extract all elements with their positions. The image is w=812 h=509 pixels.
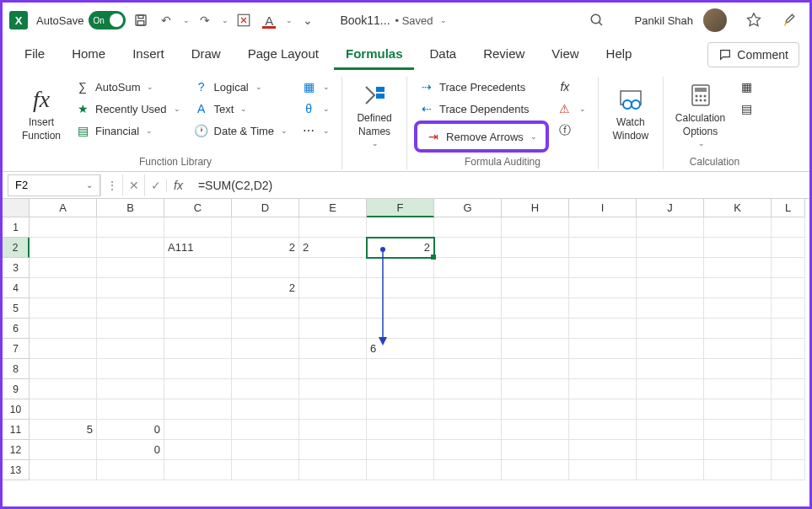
- cell-l8[interactable]: [772, 359, 805, 379]
- row-header[interactable]: 4: [3, 278, 30, 298]
- cell-k8[interactable]: [704, 359, 772, 379]
- premium-icon[interactable]: [745, 12, 762, 29]
- remove-arrows-button[interactable]: ⇥Remove Arrows⌄: [421, 126, 542, 147]
- cell-c10[interactable]: [164, 399, 232, 420]
- cell-e2[interactable]: 2: [299, 238, 367, 258]
- cell-c13[interactable]: [164, 460, 232, 480]
- cell-g4[interactable]: [434, 278, 502, 298]
- comment-button[interactable]: Comment: [707, 42, 799, 67]
- cell-b9[interactable]: [97, 379, 164, 399]
- cell-i13[interactable]: [569, 460, 637, 480]
- formula-menu-icon[interactable]: ⋮: [100, 174, 122, 196]
- cell-c3[interactable]: [164, 258, 232, 278]
- cell-i11[interactable]: [569, 420, 637, 440]
- cell-j1[interactable]: [637, 217, 704, 238]
- cell-j4[interactable]: [637, 278, 704, 298]
- name-box[interactable]: F2 ⌄: [8, 174, 100, 196]
- cell-k6[interactable]: [704, 319, 772, 339]
- cell-a2[interactable]: [30, 238, 97, 258]
- col-header-g[interactable]: G: [434, 199, 502, 217]
- enter-icon[interactable]: ✓: [144, 174, 166, 196]
- cell-b6[interactable]: [97, 319, 164, 339]
- avatar[interactable]: [703, 8, 727, 32]
- row-header[interactable]: 8: [3, 359, 30, 379]
- row-header[interactable]: 1: [3, 217, 30, 238]
- lookup-reference-button[interactable]: ▦⌄: [296, 77, 335, 97]
- cell-i12[interactable]: [569, 440, 637, 460]
- cell-c4[interactable]: [164, 278, 232, 298]
- row-header[interactable]: 2: [3, 238, 30, 258]
- cell-f5[interactable]: [367, 298, 434, 319]
- cell-f9[interactable]: [367, 379, 434, 399]
- show-formulas-button[interactable]: fx: [552, 77, 591, 97]
- cell-a10[interactable]: [30, 399, 97, 420]
- tab-review[interactable]: Review: [471, 40, 536, 70]
- cell-k4[interactable]: [704, 278, 772, 298]
- cell-c6[interactable]: [164, 319, 232, 339]
- cell-g9[interactable]: [434, 379, 502, 399]
- recently-used-button[interactable]: ★Recently Used⌄: [70, 99, 186, 119]
- cell-j10[interactable]: [637, 399, 704, 420]
- cell-d11[interactable]: [232, 420, 299, 440]
- insert-function-button[interactable]: fx Insert Function: [16, 77, 67, 153]
- font-color-icon[interactable]: A: [259, 10, 279, 30]
- tab-page-layout[interactable]: Page Layout: [236, 40, 331, 70]
- cell-g12[interactable]: [434, 440, 502, 460]
- cell-a5[interactable]: [30, 298, 97, 319]
- cell-e12[interactable]: [299, 440, 367, 460]
- cell-i6[interactable]: [569, 319, 637, 339]
- col-header-f[interactable]: F: [367, 199, 434, 217]
- cell-l1[interactable]: [772, 217, 805, 238]
- col-header-j[interactable]: J: [637, 199, 704, 217]
- row-header[interactable]: 7: [3, 339, 30, 359]
- cell-h5[interactable]: [502, 298, 569, 319]
- cell-b4[interactable]: [97, 278, 164, 298]
- cell-b10[interactable]: [97, 399, 164, 420]
- cell-j13[interactable]: [637, 460, 704, 480]
- col-header-b[interactable]: B: [97, 199, 164, 217]
- cell-g7[interactable]: [434, 339, 502, 359]
- cell-g10[interactable]: [434, 399, 502, 420]
- cell-k10[interactable]: [704, 399, 772, 420]
- cell-d8[interactable]: [232, 359, 299, 379]
- cell-j12[interactable]: [637, 440, 704, 460]
- cell-a7[interactable]: [30, 339, 97, 359]
- cell-c9[interactable]: [164, 379, 232, 399]
- cell-g3[interactable]: [434, 258, 502, 278]
- more-functions-button[interactable]: ⋯⌄: [296, 121, 335, 141]
- fx-icon[interactable]: fx: [166, 179, 190, 192]
- tab-draw[interactable]: Draw: [180, 40, 233, 70]
- cell-f12[interactable]: [367, 440, 434, 460]
- cell-j6[interactable]: [637, 319, 704, 339]
- cell-i5[interactable]: [569, 298, 637, 319]
- cell-l5[interactable]: [772, 298, 805, 319]
- tab-view[interactable]: View: [540, 40, 590, 70]
- cell-a3[interactable]: [30, 258, 97, 278]
- search-icon[interactable]: [589, 13, 605, 28]
- cell-e7[interactable]: [299, 339, 367, 359]
- undo-icon[interactable]: ↶: [156, 10, 176, 30]
- cell-g8[interactable]: [434, 359, 502, 379]
- cell-g11[interactable]: [434, 420, 502, 440]
- col-header-c[interactable]: C: [164, 199, 232, 217]
- chevron-down-icon[interactable]: ⌄: [86, 180, 93, 190]
- cell-k7[interactable]: [704, 339, 772, 359]
- cell-h1[interactable]: [502, 217, 569, 238]
- cell-g2[interactable]: [434, 238, 502, 258]
- date-time-button[interactable]: 🕐Date & Time⌄: [189, 121, 293, 141]
- cell-d3[interactable]: [232, 258, 299, 278]
- cell-b13[interactable]: [97, 460, 164, 480]
- logical-button[interactable]: ?Logical⌄: [189, 77, 293, 97]
- cell-d5[interactable]: [232, 298, 299, 319]
- col-header-k[interactable]: K: [704, 199, 772, 217]
- cell-f11[interactable]: [367, 420, 434, 440]
- cell-a1[interactable]: [30, 217, 97, 238]
- cell-f7[interactable]: 6: [367, 339, 434, 359]
- cell-b2[interactable]: [97, 238, 164, 258]
- cell-h9[interactable]: [502, 379, 569, 399]
- defined-names-button[interactable]: Defined Names ⌄: [349, 77, 400, 153]
- cell-c11[interactable]: [164, 420, 232, 440]
- cell-l10[interactable]: [772, 399, 805, 420]
- cell-c12[interactable]: [164, 440, 232, 460]
- cell-a11[interactable]: 5: [30, 420, 97, 440]
